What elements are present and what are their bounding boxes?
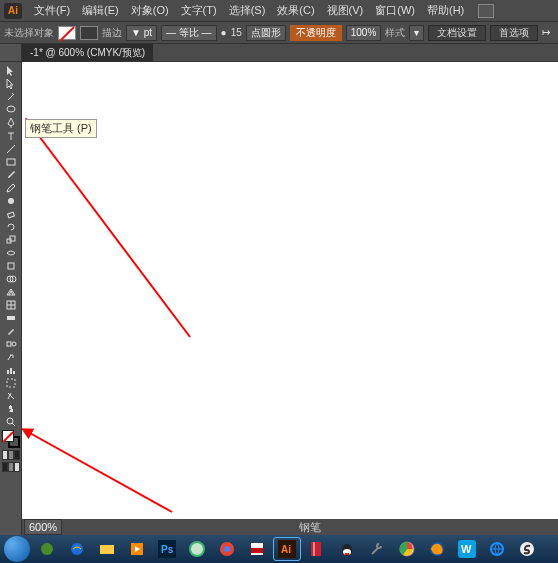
stroke-weight[interactable]: ▼ pt	[126, 25, 157, 41]
perspective-grid-tool[interactable]	[2, 285, 20, 298]
eraser-tool[interactable]	[2, 207, 20, 220]
fill-swatch[interactable]	[58, 26, 76, 40]
line-segment-tool[interactable]	[2, 142, 20, 155]
svg-point-28	[224, 546, 230, 552]
task-pdf[interactable]	[244, 538, 270, 560]
canvas[interactable]: 钢笔工具 (P) 600% 钢笔	[22, 62, 558, 535]
rectangle-tool[interactable]	[2, 155, 20, 168]
svg-rect-10	[7, 316, 15, 320]
hand-tool[interactable]	[2, 402, 20, 415]
fill-indicator[interactable]	[2, 430, 14, 442]
task-firefox[interactable]	[424, 538, 450, 560]
svg-point-20	[41, 543, 53, 555]
style-dropdown[interactable]: ▾	[409, 25, 424, 41]
stroke-swatch[interactable]	[80, 26, 98, 40]
draw-modes[interactable]	[2, 450, 20, 460]
tab-strip-gutter	[0, 44, 22, 61]
document-tab[interactable]: -1* @ 600% (CMYK/预览)	[22, 44, 153, 61]
symbol-sprayer-tool[interactable]	[2, 350, 20, 363]
svg-rect-14	[10, 368, 12, 374]
type-tool[interactable]	[2, 129, 20, 142]
mesh-tool[interactable]	[2, 298, 20, 311]
search-doc-icon[interactable]	[478, 4, 494, 18]
direct-selection-tool[interactable]	[2, 77, 20, 90]
scale-tool[interactable]	[2, 233, 20, 246]
tab-bar: -1* @ 600% (CMYK/预览)	[0, 44, 558, 62]
width-tool[interactable]	[2, 246, 20, 259]
menu-edit[interactable]: 编辑(E)	[76, 3, 125, 18]
task-tools[interactable]	[364, 538, 390, 560]
blob-brush-tool[interactable]	[2, 194, 20, 207]
options-bar: 未选择对象 描边 ▼ pt — 等比 — ● 15 点圆形 不透明度 100% …	[0, 22, 558, 44]
taskbar: Ps Ai W	[0, 535, 558, 563]
menu-file[interactable]: 文件(F)	[28, 3, 76, 18]
task-swirl[interactable]	[34, 538, 60, 560]
svg-rect-13	[7, 370, 9, 374]
brush-name[interactable]: 点圆形	[246, 25, 286, 41]
doc-setup-button[interactable]: 文档设置	[428, 25, 486, 41]
paintbrush-tool[interactable]	[2, 168, 20, 181]
task-blue-w[interactable]: W	[454, 538, 480, 560]
profile-dropdown[interactable]: — 等比 —	[161, 25, 217, 41]
menu-view[interactable]: 视图(V)	[321, 3, 370, 18]
opacity-label[interactable]: 不透明度	[290, 25, 342, 41]
task-qq[interactable]	[334, 538, 360, 560]
stroke-label: 描边	[102, 26, 122, 40]
svg-point-21	[71, 543, 83, 555]
task-explorer[interactable]	[94, 538, 120, 560]
svg-text:Ai: Ai	[281, 544, 291, 555]
dot-icon: ●	[221, 27, 227, 38]
task-chrome[interactable]	[394, 538, 420, 560]
svg-rect-6	[8, 263, 14, 269]
zoom-tool[interactable]	[2, 415, 20, 428]
ai-logo: Ai	[4, 3, 22, 19]
status-bar: 600% 钢笔	[22, 519, 558, 535]
style-label: 样式	[385, 26, 405, 40]
blend-tool[interactable]	[2, 337, 20, 350]
pencil-tool[interactable]	[2, 181, 20, 194]
svg-point-0	[7, 106, 15, 112]
screen-modes[interactable]	[2, 462, 20, 472]
menu-effect[interactable]: 效果(C)	[271, 3, 320, 18]
selection-tool[interactable]	[2, 64, 20, 77]
svg-point-26	[190, 542, 204, 556]
pen-tool[interactable]	[2, 116, 20, 129]
shape-builder-tool[interactable]	[2, 272, 20, 285]
prefs-button[interactable]: 首选项	[490, 25, 538, 41]
task-media[interactable]	[124, 538, 150, 560]
fill-stroke-indicator[interactable]	[2, 430, 20, 448]
menu-object[interactable]: 对象(O)	[125, 3, 175, 18]
svg-rect-1	[7, 159, 15, 165]
zoom-readout[interactable]: 600%	[24, 519, 62, 535]
tools-panel	[0, 62, 22, 535]
task-adobe-reader[interactable]	[304, 538, 330, 560]
align-icon[interactable]: ↦	[542, 27, 550, 38]
magic-wand-tool[interactable]	[2, 90, 20, 103]
task-ie[interactable]	[64, 538, 90, 560]
svg-point-2	[8, 198, 14, 204]
task-chrome-like[interactable]	[214, 538, 240, 560]
task-sogou[interactable]	[514, 538, 540, 560]
free-transform-tool[interactable]	[2, 259, 20, 272]
menu-window[interactable]: 窗口(W)	[369, 3, 421, 18]
artboard-tool[interactable]	[2, 376, 20, 389]
slice-tool[interactable]	[2, 389, 20, 402]
task-globe[interactable]	[484, 538, 510, 560]
task-illustrator[interactable]: Ai	[274, 538, 300, 560]
start-button[interactable]	[4, 536, 30, 562]
menu-help[interactable]: 帮助(H)	[421, 3, 470, 18]
svg-line-19	[28, 432, 172, 512]
gradient-tool[interactable]	[2, 311, 20, 324]
task-photoshop[interactable]: Ps	[154, 538, 180, 560]
rotate-tool[interactable]	[2, 220, 20, 233]
svg-text:W: W	[461, 543, 472, 555]
task-green-circle[interactable]	[184, 538, 210, 560]
svg-rect-11	[7, 342, 11, 346]
eyedropper-tool[interactable]	[2, 324, 20, 337]
menu-type[interactable]: 文字(T)	[175, 3, 223, 18]
menu-select[interactable]: 选择(S)	[223, 3, 272, 18]
opacity-value[interactable]: 100%	[346, 25, 382, 41]
lasso-tool[interactable]	[2, 103, 20, 116]
column-graph-tool[interactable]	[2, 363, 20, 376]
svg-rect-3	[7, 212, 14, 218]
